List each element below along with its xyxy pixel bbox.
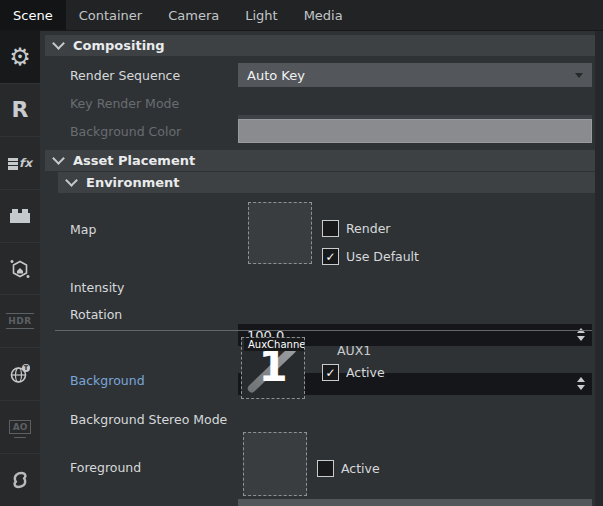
foreground-active-checkbox[interactable] — [317, 460, 334, 477]
background-active-checkbox-label: Active — [346, 364, 385, 381]
tab-container[interactable]: Container — [66, 0, 156, 30]
map-label: Map — [70, 218, 96, 240]
swirl-icon — [9, 469, 31, 491]
map-use-default-checkbox-label: Use Default — [346, 248, 419, 265]
film-fx-icon: fx — [8, 156, 32, 170]
r-logo-icon: R — [12, 97, 29, 122]
icon-sidebar: ⚙ R fx HDR T — [0, 31, 40, 506]
background-color-label: Background Color — [70, 120, 181, 142]
sidebar-item-loop[interactable] — [0, 454, 40, 506]
scene-settings-panel: Compositing Render Sequence Auto Key Key… — [40, 31, 595, 506]
render-sequence-dropdown[interactable]: Auto Key — [238, 63, 592, 87]
aux-channel-badge: AuxChannel — [244, 338, 305, 351]
tab-media[interactable]: Media — [291, 0, 356, 30]
chevron-down-icon — [52, 152, 65, 165]
spinner-arrows-icon[interactable] — [577, 377, 585, 390]
map-thumbnail[interactable] — [248, 202, 312, 264]
background-stereo-mode-label: Background Stereo Mode — [70, 408, 227, 430]
section-title: Compositing — [73, 38, 165, 53]
tab-light[interactable]: Light — [232, 0, 290, 30]
gear-icon: ⚙ — [9, 45, 31, 69]
background-label[interactable]: Background — [70, 369, 145, 391]
ao-icon: AO — [9, 420, 32, 434]
intensity-label: Intensity — [70, 276, 124, 298]
sidebar-item-media-brick[interactable] — [0, 190, 40, 243]
rotation-label: Rotation — [70, 303, 122, 325]
application-window: Scene Container Camera Light Media ⚙ R f… — [0, 0, 603, 506]
sidebar-item-globe-transform[interactable]: T — [0, 348, 40, 401]
brick-icon — [10, 213, 30, 223]
background-stereo-mode-dropdown[interactable]: None — [238, 499, 592, 506]
hdr-icon: HDR — [6, 313, 33, 329]
render-sequence-label: Render Sequence — [70, 64, 180, 86]
scrollbar-gutter[interactable] — [595, 31, 603, 506]
section-header-environment[interactable]: Environment — [58, 172, 595, 193]
asset-box-icon — [8, 257, 32, 281]
sidebar-item-vred-logo[interactable]: R — [0, 84, 40, 137]
aux-channel-name: AUX1 — [337, 343, 371, 358]
foreground-thumbnail[interactable] — [243, 432, 307, 496]
map-use-default-checkbox[interactable] — [322, 248, 339, 265]
sidebar-item-hdr[interactable]: HDR — [0, 295, 40, 348]
map-render-checkbox[interactable] — [322, 220, 339, 237]
background-color-swatch[interactable] — [238, 119, 592, 143]
background-active-checkbox[interactable] — [322, 364, 339, 381]
chevron-down-icon — [575, 73, 583, 78]
foreground-label: Foreground — [70, 456, 141, 478]
foreground-active-checkbox-label: Active — [341, 460, 380, 477]
separator-line — [55, 330, 592, 331]
sidebar-item-asset-box[interactable] — [0, 243, 40, 296]
background-thumbnail[interactable]: 1 AuxChannel — [241, 337, 305, 399]
tab-bar: Scene Container Camera Light Media — [0, 0, 603, 31]
key-render-mode-label: Key Render Mode — [70, 92, 179, 114]
globe-t-icon: T — [8, 362, 32, 386]
section-header-asset-placement[interactable]: Asset Placement — [45, 150, 595, 171]
sidebar-item-scene-fx[interactable]: fx — [0, 137, 40, 190]
tab-scene[interactable]: Scene — [0, 0, 66, 30]
chevron-down-icon — [65, 174, 78, 187]
sidebar-item-ambient-occlusion[interactable]: AO — [0, 401, 40, 454]
svg-text:T: T — [24, 364, 29, 372]
sidebar-item-settings[interactable]: ⚙ — [0, 31, 40, 84]
section-title: Asset Placement — [73, 153, 195, 168]
aux-channel-number: 1 — [242, 346, 304, 388]
map-render-checkbox-label: Render — [346, 220, 391, 237]
section-title: Environment — [86, 175, 180, 190]
chevron-down-icon — [52, 37, 65, 50]
tab-camera[interactable]: Camera — [155, 0, 232, 30]
render-sequence-value: Auto Key — [247, 68, 305, 83]
section-header-compositing[interactable]: Compositing — [45, 35, 595, 56]
